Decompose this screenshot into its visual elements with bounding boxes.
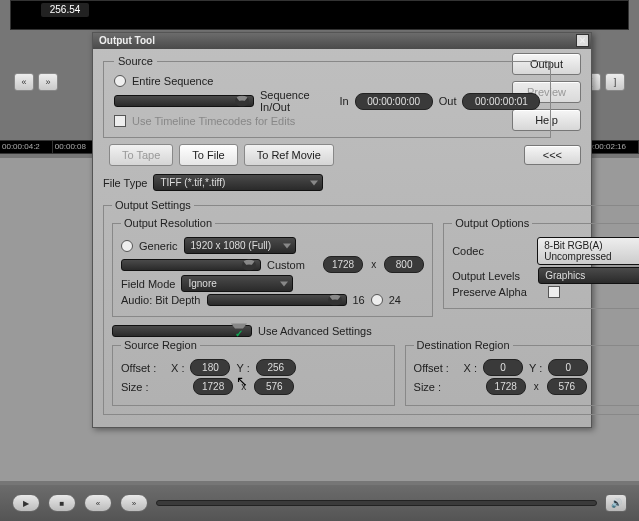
- entire-sequence-label: Entire Sequence: [132, 75, 213, 87]
- in-timecode-field[interactable]: 00:00:00:00: [355, 93, 433, 110]
- codec-select[interactable]: 8-Bit RGB(A) Uncompressed: [537, 237, 639, 265]
- custom-height-field[interactable]: 800: [384, 256, 424, 273]
- audio-16-radio[interactable]: [207, 294, 347, 306]
- to-ref-movie-tab[interactable]: To Ref Movie: [244, 144, 334, 166]
- to-file-tab[interactable]: To File: [179, 144, 237, 166]
- dst-offset-x-field[interactable]: 0: [483, 359, 523, 376]
- viewer-panel: 256.54: [10, 0, 629, 30]
- src-size-label: Size :: [121, 381, 165, 393]
- generic-label: Generic: [139, 240, 178, 252]
- play-button[interactable]: ▶: [12, 494, 40, 512]
- dst-size-label: Size :: [414, 381, 458, 393]
- src-offset-label: Offset :: [121, 362, 165, 374]
- rewind-button[interactable]: «: [14, 73, 34, 91]
- entire-sequence-radio[interactable]: [114, 75, 126, 87]
- src-x-label: X :: [171, 362, 184, 374]
- stop-button[interactable]: ■: [48, 494, 76, 512]
- src-offset-x-field[interactable]: 180: [190, 359, 230, 376]
- x-sep: x: [369, 259, 378, 270]
- next-button[interactable]: »: [120, 494, 148, 512]
- output-options-legend: Output Options: [452, 217, 532, 229]
- dst-offset-y-field[interactable]: 0: [548, 359, 588, 376]
- output-settings-legend: Output Settings: [112, 199, 194, 211]
- out-label: Out: [439, 95, 457, 107]
- close-icon[interactable]: ×: [576, 34, 589, 47]
- audio-bitdepth-label: Audio: Bit Depth: [121, 294, 201, 306]
- viewer-readout: 256.54: [41, 3, 89, 17]
- sequence-inout-radio[interactable]: [114, 95, 254, 107]
- codec-label: Codec: [452, 245, 531, 257]
- to-tape-tab[interactable]: To Tape: [109, 144, 173, 166]
- use-timecodes-checkbox: [114, 115, 126, 127]
- output-levels-label: Output Levels: [452, 270, 532, 282]
- src-size-w-field[interactable]: 1728: [193, 378, 233, 395]
- audio-24-label: 24: [389, 294, 401, 306]
- custom-radio[interactable]: [121, 259, 261, 271]
- volume-button[interactable]: 🔊: [605, 494, 627, 512]
- out-button[interactable]: ]: [605, 73, 625, 91]
- output-resolution-legend: Output Resolution: [121, 217, 215, 229]
- audio-24-radio[interactable]: [371, 294, 383, 306]
- src-offset-y-field[interactable]: 256: [256, 359, 296, 376]
- use-timecodes-label: Use Timeline Timecodes for Edits: [132, 115, 295, 127]
- collapse-button[interactable]: <<<: [524, 145, 581, 165]
- destination-region-legend: Destination Region: [414, 339, 513, 351]
- source-region-legend: Source Region: [121, 339, 200, 351]
- use-advanced-label: Use Advanced Settings: [258, 325, 372, 337]
- bottom-transport: ▶ ■ « » 🔊: [0, 485, 639, 521]
- source-legend: Source: [114, 55, 157, 67]
- output-tool-dialog: Output Tool × Output Preview Help Source…: [92, 32, 592, 428]
- custom-label: Custom: [267, 259, 305, 271]
- scrub-track[interactable]: [156, 500, 597, 506]
- prev-button[interactable]: «: [84, 494, 112, 512]
- src-y-label: Y :: [236, 362, 249, 374]
- preserve-alpha-label: Preserve Alpha: [452, 286, 542, 298]
- ruler-tick: 00:00:04:2: [0, 141, 53, 153]
- in-label: In: [340, 95, 349, 107]
- custom-width-field[interactable]: 1728: [323, 256, 363, 273]
- sequence-inout-label: Sequence In/Out: [260, 89, 315, 113]
- dst-size-h-field[interactable]: 576: [547, 378, 587, 395]
- dst-offset-label: Offset :: [414, 362, 458, 374]
- output-levels-select[interactable]: Graphics: [538, 267, 639, 284]
- dialog-title: Output Tool: [99, 35, 155, 46]
- forward-button[interactable]: »: [38, 73, 58, 91]
- preserve-alpha-checkbox[interactable]: [548, 286, 560, 298]
- out-timecode-field[interactable]: 00:00:00:01: [462, 93, 540, 110]
- audio-16-label: 16: [353, 294, 365, 306]
- use-advanced-checkbox[interactable]: [112, 325, 252, 337]
- field-mode-label: Field Mode: [121, 278, 175, 290]
- resolution-preset-select[interactable]: 1920 x 1080 (Full): [184, 237, 296, 254]
- generic-radio[interactable]: [121, 240, 133, 252]
- file-type-label: File Type: [103, 177, 147, 189]
- field-mode-select[interactable]: Ignore: [181, 275, 293, 292]
- dst-size-w-field[interactable]: 1728: [486, 378, 526, 395]
- dst-x-label: X :: [464, 362, 477, 374]
- dialog-titlebar[interactable]: Output Tool ×: [93, 33, 591, 49]
- file-type-select[interactable]: TIFF (*.tif,*.tiff): [153, 174, 323, 191]
- dst-y-label: Y :: [529, 362, 542, 374]
- src-size-h-field[interactable]: 576: [254, 378, 294, 395]
